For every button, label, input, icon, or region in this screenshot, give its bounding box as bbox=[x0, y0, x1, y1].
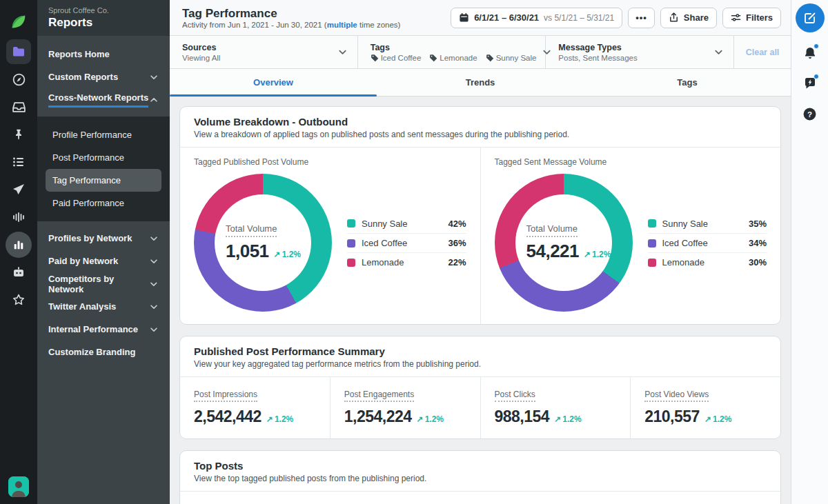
compose-button[interactable] bbox=[796, 3, 825, 32]
sources-filter[interactable]: Sources Viewing All bbox=[170, 36, 358, 68]
sidebar-item-paid-by-network[interactable]: Paid by Network bbox=[37, 250, 170, 272]
audio-waves-icon[interactable] bbox=[0, 203, 37, 231]
metric-label[interactable]: Post Engagements bbox=[344, 390, 414, 402]
filter-label: Tags bbox=[371, 43, 542, 52]
legend-row: Sunny Sale42% bbox=[347, 214, 466, 233]
sidebar-item-post-performance[interactable]: Post Performance bbox=[46, 146, 161, 169]
donut-center-label: Total Volume bbox=[526, 223, 578, 237]
metric-label[interactable]: Post Clicks bbox=[495, 390, 535, 402]
metric-post-impressions: Post Impressions 2,542,4421.2% bbox=[180, 377, 331, 439]
sidebar-item-label: Internal Performance bbox=[48, 324, 138, 334]
share-icon bbox=[669, 12, 679, 23]
sidebar-item-internal-performance[interactable]: Internal Performance bbox=[37, 318, 170, 341]
tab-tags[interactable]: Tags bbox=[584, 69, 791, 96]
donut-total-value: 1,051 bbox=[226, 241, 269, 262]
legend-percent: 36% bbox=[448, 238, 466, 248]
chevron-down-icon bbox=[149, 279, 159, 289]
trend-up-icon bbox=[704, 414, 713, 424]
delta-value: 1.2% bbox=[275, 414, 293, 424]
report-header-text: Tag Performance Activity from Jun 1, 202… bbox=[182, 6, 400, 29]
sprout-logo[interactable] bbox=[0, 6, 37, 38]
filter-label: Sources bbox=[182, 43, 220, 52]
filters-icon bbox=[731, 12, 741, 23]
pin-icon[interactable] bbox=[0, 121, 37, 148]
question-mark-icon: ? bbox=[802, 107, 817, 121]
sidebar-item-profile-performance[interactable]: Profile Performance bbox=[46, 123, 161, 146]
tab-overview[interactable]: Overview bbox=[170, 69, 377, 96]
top-posts-body bbox=[180, 492, 780, 504]
trend-up-icon bbox=[584, 250, 592, 259]
multiple-timezones-link[interactable]: multiple bbox=[327, 21, 357, 29]
feeds-list-icon[interactable] bbox=[0, 148, 37, 176]
star-icon[interactable] bbox=[0, 286, 37, 314]
clear-all-button[interactable]: Clear all bbox=[734, 36, 791, 68]
legend-swatch bbox=[347, 259, 355, 267]
sidebar-item-customize-branding[interactable]: Customize Branding bbox=[37, 341, 170, 363]
section-description: View the top tagged published posts from… bbox=[194, 474, 767, 483]
bot-icon[interactable] bbox=[0, 259, 37, 286]
section-title: Published Post Performance Summary bbox=[194, 345, 767, 357]
chevron-down-icon bbox=[713, 47, 724, 57]
app-window: Sprout Coffee Co. Reports Reports Home C… bbox=[0, 0, 828, 504]
paper-plane-icon[interactable] bbox=[0, 176, 37, 203]
metric-post-video-views: Post Video Views 210,5571.2% bbox=[631, 377, 780, 439]
reports-rail-item-active[interactable] bbox=[0, 231, 37, 259]
report-date-subtitle: Activity from Jun 1, 2021 - Jun 30, 2021… bbox=[182, 21, 400, 29]
sidebar-item-cross-network-reports[interactable]: Cross-Network Reports bbox=[37, 88, 170, 111]
sidebar-item-competitors-by-network[interactable]: Competitors by Network bbox=[37, 272, 170, 295]
sidebar-item-label: Profile Performance bbox=[52, 130, 132, 140]
sent-message-volume-chart: Tagged Sent Message Volume Total Volume … bbox=[481, 148, 781, 324]
donut-chart-sent-messages[interactable]: Total Volume 54,221 1.2% bbox=[495, 174, 633, 312]
tab-trends[interactable]: Trends bbox=[377, 69, 584, 96]
trend-delta: 1.2% bbox=[704, 414, 731, 424]
date-compare-label: vs 5/1/21 – 5/31/21 bbox=[544, 13, 614, 23]
svg-text:?: ? bbox=[807, 110, 812, 118]
filter-value: Iced Coffee Lemonade Sunny Sale bbox=[371, 54, 542, 62]
metric-value: 2,542,442 bbox=[194, 407, 262, 426]
message-types-filter[interactable]: Message Types Posts, Sent Messages bbox=[546, 36, 734, 68]
delta-value: 1.2% bbox=[562, 414, 581, 424]
metric-value: 1,254,224 bbox=[344, 407, 412, 426]
tag-chip-label: Sunny Sale bbox=[496, 54, 537, 62]
sidebar-item-profiles-by-network[interactable]: Profiles by Network bbox=[37, 227, 170, 250]
legend-percent: 22% bbox=[448, 257, 466, 268]
trend-delta: 1.2% bbox=[266, 414, 293, 424]
help-button[interactable]: ? bbox=[802, 105, 817, 122]
tags-filter[interactable]: Tags Iced Coffee Lemonade Sunny Sale bbox=[358, 36, 546, 68]
sidebar-item-twitter-analysis[interactable]: Twitter Analysis bbox=[37, 295, 170, 318]
report-tabs: Overview Trends Tags bbox=[170, 69, 791, 97]
delta-value: 1.2% bbox=[425, 414, 444, 424]
tag-icon bbox=[371, 54, 379, 62]
reports-folder-rail-item[interactable] bbox=[0, 38, 37, 65]
donut-chart-published-posts[interactable]: Total Volume 1,051 1.2% bbox=[194, 174, 332, 312]
sidebar-item-custom-reports[interactable]: Custom Reports bbox=[37, 65, 170, 88]
sidebar-secondary-nav: Profiles by Network Paid by Network Comp… bbox=[37, 221, 170, 363]
metric-label[interactable]: Post Video Views bbox=[644, 390, 709, 402]
user-avatar[interactable] bbox=[8, 476, 29, 497]
sidebar: Sprout Coffee Co. Reports Reports Home C… bbox=[37, 0, 170, 504]
metric-label[interactable]: Post Impressions bbox=[194, 390, 257, 402]
legend-label: Sunny Sale bbox=[362, 219, 448, 229]
sidebar-item-paid-performance[interactable]: Paid Performance bbox=[46, 192, 161, 214]
sidebar-item-label: Custom Reports bbox=[48, 72, 118, 82]
performance-summary-header: Published Post Performance Summary View … bbox=[180, 336, 780, 377]
published-post-volume-chart: Tagged Published Post Volume Total Volum… bbox=[180, 148, 481, 324]
compass-icon[interactable] bbox=[0, 65, 37, 93]
notification-dot bbox=[814, 74, 819, 79]
legend-swatch bbox=[347, 219, 355, 228]
sidebar-item-tag-performance[interactable]: Tag Performance bbox=[46, 169, 161, 192]
sidebar-item-label: Customize Branding bbox=[48, 347, 135, 357]
tag-chip: Iced Coffee bbox=[371, 54, 422, 62]
filters-button[interactable]: Filters bbox=[722, 8, 781, 28]
sidebar-item-label: Paid by Network bbox=[48, 256, 118, 266]
sidebar-item-reports-home[interactable]: Reports Home bbox=[37, 43, 170, 65]
legend-percent: 34% bbox=[749, 238, 767, 248]
inbox-icon[interactable] bbox=[0, 93, 37, 121]
date-range-button[interactable]: 6/1/21 – 6/30/21 vs 5/1/21 – 5/31/21 bbox=[451, 8, 622, 28]
cross-network-subnav: Profile Performance Post Performance Tag… bbox=[37, 117, 170, 221]
share-button[interactable]: Share bbox=[660, 8, 717, 28]
more-options-button[interactable]: ••• bbox=[628, 8, 655, 28]
quick-actions-button[interactable] bbox=[803, 75, 817, 92]
section-title: Top Posts bbox=[194, 460, 767, 472]
notifications-button[interactable] bbox=[803, 45, 817, 61]
